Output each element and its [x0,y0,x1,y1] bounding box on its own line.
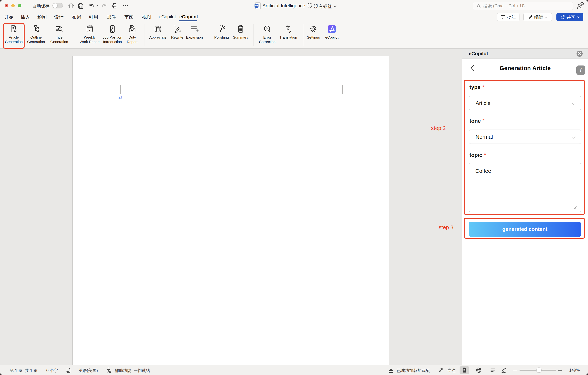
svg-text:?: ? [309,4,311,7]
language-status[interactable]: 英语(美国) [79,368,98,373]
tab-view[interactable]: 视图 [142,14,151,20]
word-document-icon: W [254,2,261,10]
ribbon-polishing-button[interactable]: Polishing [214,24,229,40]
tone-select[interactable]: Normal [469,129,581,144]
focus-expand-icon[interactable] [438,367,443,373]
ribbon-title-generation-button[interactable]: TitleGeneration [50,24,68,44]
annotation-step2-label: step 2 [431,125,446,131]
ribbon-outline-generation-button[interactable]: OutlineGeneration [27,24,45,44]
ribbon-rewrite-button[interactable]: Rewrite [171,24,183,40]
close-window-button[interactable] [5,4,8,7]
search-input[interactable]: 搜索 (Cmd + Ctrl + U) [473,2,573,10]
ribbon-label: Translation [279,35,297,40]
tab-mailings[interactable]: 邮件 [106,14,116,20]
comments-button[interactable]: 批注 [497,13,519,21]
toggle-knob [53,3,57,8]
undo-menu-chevron-icon[interactable] [95,5,102,11]
draft-view-icon[interactable] [490,368,496,372]
word-count-status[interactable]: 0 个字 [46,368,58,373]
tone-label-text: tone [469,118,481,124]
document-canvas[interactable]: ↵ step 2 step 3 [0,49,462,365]
ribbon-summary-button[interactable]: Summary [233,24,248,40]
accessibility-status[interactable]: 辅助功能: 一切就绪 [115,368,150,373]
type-select[interactable]: Article [469,96,581,110]
minimize-window-button[interactable] [11,4,15,7]
autosave-toggle[interactable] [52,3,63,9]
home-icon[interactable] [68,2,74,9]
generate-content-button[interactable]: generated content [469,222,581,237]
ribbon-abbreviate-button[interactable]: Abbreviate [149,24,167,40]
tab-review[interactable]: 审阅 [124,14,134,20]
zoom-window-button[interactable] [18,4,21,7]
ribbon-label: Settings [307,35,320,40]
share-icon [560,15,565,20]
tab-layout[interactable]: 布局 [72,14,81,20]
ribbon-ecopilot-button[interactable]: eCopilot [325,24,338,40]
edit-mode-button[interactable]: 编辑 [524,13,552,21]
search-placeholder: 搜索 (Cmd + Ctrl + U) [483,2,525,10]
close-icon [577,51,583,57]
ribbon-expansion-button[interactable]: Expansion [186,24,203,40]
share-button[interactable]: 共享 [556,13,583,21]
tab-ecopilot-2-selected[interactable]: eCopilot [179,14,198,20]
select-chevron-down-icon [572,135,576,139]
ribbon-label: Polishing [214,35,229,40]
save-icon[interactable] [77,2,84,9]
tone-field-label: tone* [469,118,484,124]
document-title[interactable]: Artificial Intelligence [262,3,305,9]
required-asterisk: * [483,118,484,123]
zoom-in-button[interactable] [558,368,562,373]
ribbon-label: Job Position [103,35,122,40]
presence-people-icon[interactable] [576,2,585,10]
info-button[interactable]: i [576,65,585,75]
comments-label: 批注 [507,14,516,20]
web-layout-icon[interactable] [476,367,482,373]
ribbon-label: Summary [233,35,248,40]
page-number-status[interactable]: 第 1 页, 共 1 页 [10,368,38,373]
task-pane-title: eCopilot [469,49,488,59]
select-chevron-down-icon [572,101,576,105]
tab-ecopilot-1[interactable]: eCopilot [159,14,176,20]
ribbon-job-position-button[interactable]: Job PositionIntroduction [103,24,122,44]
status-bar: 第 1 页, 共 1 页 0 个字 英语(美国) 辅助功能: 一切就绪 已成功加… [0,365,588,375]
tab-design[interactable]: 设计 [54,14,63,20]
zoom-out-button[interactable] [513,370,517,370]
tab-insert[interactable]: 插入 [21,14,30,20]
label-chevron-down-icon[interactable] [333,5,337,8]
accessibility-icon[interactable] [106,367,112,374]
page-title: Generation Article [462,65,588,72]
svg-text:W: W [255,4,258,7]
ribbon-error-correction-button[interactable]: ErrorCorrection [259,24,275,44]
zoom-percentage[interactable]: 149% [566,368,580,373]
document-page[interactable]: ↵ [73,56,389,365]
ribbon-weekly-work-report-button[interactable]: 7 WeeklyWork Report [80,24,100,44]
ribbon-settings-button[interactable]: Settings [307,24,320,40]
proofing-status-icon[interactable] [65,367,71,374]
tab-references[interactable]: 引用 [89,14,98,20]
tab-draw[interactable]: 绘图 [38,14,47,20]
ribbon-label: Expansion [186,35,203,40]
ribbon-translation-button[interactable]: A Translation [279,24,297,40]
error-correction-icon [262,24,272,34]
summary-icon [236,24,245,34]
ribbon-duty-report-button[interactable]: DutyReport [127,24,137,44]
focus-mode-label[interactable]: 专注 [447,368,456,373]
ribbon-label: Generation [50,40,68,44]
print-icon[interactable] [112,2,118,9]
close-pane-button[interactable] [577,51,583,57]
zoom-slider-thumb[interactable] [536,367,542,373]
ribbon-group-divider [145,24,145,46]
ribbon-label: eCopilot [325,35,338,40]
topic-textarea[interactable]: Coffee [469,163,581,212]
pencil-icon [528,15,533,19]
tab-home[interactable]: 开始 [4,14,14,20]
undo-icon[interactable] [88,2,94,9]
tone-select-value: Normal [475,130,493,144]
ribbon-group-divider [253,24,253,46]
sensitivity-label[interactable]: 没有标签 [314,3,332,9]
print-layout-view-button[interactable] [460,366,469,374]
draw-pen-icon[interactable] [501,367,507,373]
autosave-label: 自动保存 [32,3,50,9]
more-toolbar-icon[interactable] [122,2,129,9]
textarea-resize-handle[interactable] [572,205,577,210]
